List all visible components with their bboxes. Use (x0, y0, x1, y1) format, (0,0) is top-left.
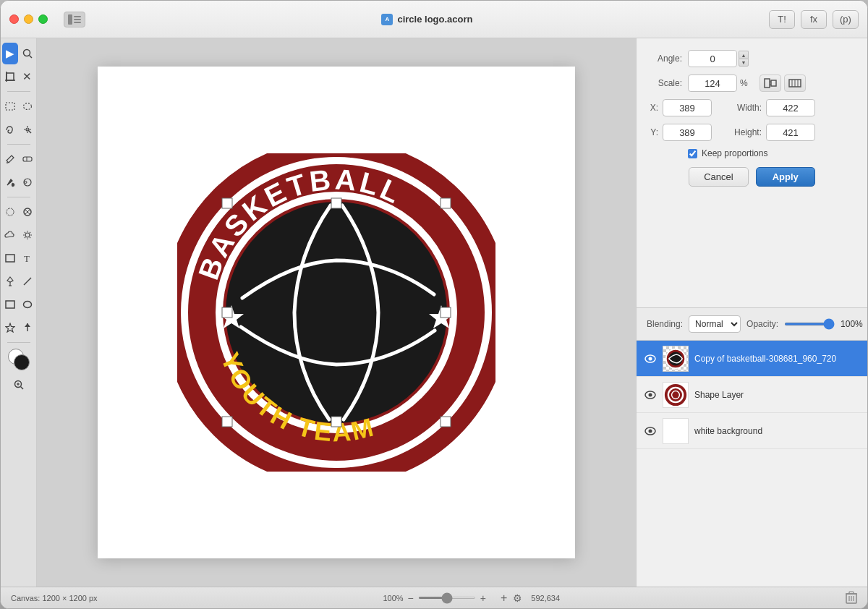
width-input[interactable] (766, 99, 815, 116)
angle-down[interactable]: ▼ (739, 59, 749, 67)
tool-group-fill (2, 171, 35, 193)
blur-tool[interactable] (2, 201, 18, 223)
angle-up[interactable]: ▲ (739, 51, 749, 59)
layer-item-white-bg[interactable]: white background (637, 413, 867, 449)
scale-label: Scale: (648, 78, 688, 88)
tool-group-rect: T (2, 247, 35, 269)
line-tool[interactable] (20, 271, 35, 292)
angle-input[interactable] (688, 50, 737, 67)
tool-group-pen (2, 271, 35, 292)
svg-rect-66 (441, 198, 451, 208)
rect-tool[interactable] (2, 247, 18, 269)
zoom-in-icon[interactable]: + (480, 592, 486, 604)
svg-line-34 (25, 237, 25, 238)
traffic-lights (9, 14, 48, 24)
statusbar-actions: + ⚙ 592,634 (501, 592, 560, 605)
lasso-tool[interactable] (2, 119, 18, 140)
canvas-area[interactable]: BASKETBALL YOUTH TEAM (37, 38, 636, 587)
width-label: Width: (726, 103, 766, 113)
add-layer-button[interactable]: + (501, 592, 507, 605)
width-group: Width: (726, 99, 815, 116)
x-width-row: X: Width: (648, 99, 856, 116)
layer-visibility-2[interactable] (644, 388, 657, 401)
rect-shape-tool[interactable] (2, 294, 18, 315)
svg-point-22 (7, 208, 14, 216)
height-label: Height: (726, 127, 766, 137)
tool-group-crop: ✕ (2, 66, 35, 88)
layer-thumbnail-2 (663, 382, 689, 408)
healing-tool[interactable] (20, 171, 35, 193)
zoom-out-icon[interactable]: − (408, 592, 414, 604)
zoom-controls: 100% − + (383, 592, 486, 604)
rect-select-tool[interactable] (2, 95, 18, 117)
settings-icon[interactable]: ⚙ (513, 592, 522, 604)
fill-tool[interactable] (2, 171, 18, 193)
brush-tool[interactable] (2, 148, 18, 170)
svg-line-46 (20, 387, 23, 390)
svg-marker-44 (25, 323, 30, 327)
transform-tool[interactable]: ✕ (20, 66, 35, 88)
height-input[interactable] (766, 124, 815, 141)
layer-visibility-3[interactable] (644, 425, 657, 438)
svg-point-10 (23, 103, 31, 110)
cancel-button[interactable]: Cancel (689, 167, 748, 187)
magic-wand-tool[interactable] (20, 119, 35, 140)
height-group: Height: (726, 124, 815, 141)
tool-group-select: ▶ (2, 43, 35, 64)
x-label: X: (648, 103, 663, 113)
canvas-info: Canvas: 1200 × 1200 px (11, 594, 98, 602)
cloud-tool[interactable] (2, 224, 18, 246)
apply-button[interactable]: Apply (756, 167, 815, 187)
layer-visibility-1[interactable] (644, 352, 657, 365)
right-panel: Angle: ▲ ▼ Scale: % (636, 38, 867, 587)
transform-panel: Angle: ▲ ▼ Scale: % (637, 38, 867, 308)
scale-aspect-icon[interactable] (784, 74, 806, 92)
angle-row: Angle: ▲ ▼ (648, 50, 856, 67)
scale-stretch-icon[interactable] (760, 74, 781, 92)
fx-tool-button[interactable]: fx (801, 10, 827, 29)
window-title: A circle logo.acorn (381, 14, 472, 25)
x-input[interactable] (663, 99, 712, 116)
tool-group-paint (2, 148, 35, 170)
opacity-slider[interactable] (784, 323, 835, 325)
svg-point-81 (649, 357, 652, 360)
star-tool[interactable] (2, 317, 18, 338)
opacity-label: Opacity: (746, 319, 778, 329)
layer-item-shape[interactable]: Shape Layer (637, 377, 867, 413)
minimize-button[interactable] (24, 14, 33, 24)
zoom-slider[interactable] (418, 597, 476, 599)
svg-text:T: T (24, 253, 30, 263)
y-height-row: Y: Height: (648, 124, 856, 141)
app-window: A circle logo.acorn T! fx (p) ▶ (0, 0, 868, 609)
p-tool-button[interactable]: (p) (833, 10, 859, 29)
y-input[interactable] (663, 124, 712, 141)
zoom-bottom-tool[interactable] (6, 374, 32, 396)
zoom-tool[interactable] (20, 43, 35, 64)
scale-input[interactable] (688, 74, 737, 92)
crop-tool[interactable] (2, 66, 18, 88)
angle-stepper: ▲ ▼ (739, 51, 749, 67)
keep-proportions-checkbox[interactable] (688, 149, 697, 158)
logo-artwork: BASKETBALL YOUTH TEAM (177, 153, 495, 472)
delete-layer-button[interactable] (846, 591, 857, 605)
sun-tool[interactable] (20, 224, 35, 246)
svg-point-4 (23, 50, 30, 56)
svg-rect-70 (331, 417, 341, 427)
arrow-tool[interactable]: ▶ (2, 43, 18, 64)
layer-item-basketball-copy[interactable]: Copy of basketball-308681_960_720 (637, 341, 867, 377)
text-tool[interactable]: T (20, 247, 35, 269)
sidebar-toggle-button[interactable] (64, 12, 85, 27)
y-label: Y: (648, 127, 663, 137)
text-tool-button[interactable]: T! (769, 10, 795, 29)
ellipse-select-tool[interactable] (20, 95, 35, 117)
svg-rect-6 (7, 73, 14, 80)
sharpen-tool[interactable] (20, 201, 35, 223)
arrow-shape-tool[interactable] (20, 317, 35, 338)
ellipse-shape-tool[interactable] (20, 294, 35, 315)
eraser-tool[interactable] (20, 148, 35, 170)
close-button[interactable] (9, 14, 19, 24)
pen-tool[interactable] (2, 271, 18, 292)
color-swatch[interactable] (6, 346, 32, 372)
maximize-button[interactable] (38, 14, 48, 24)
blending-mode-select[interactable]: Normal Multiply Screen Overlay (689, 315, 741, 333)
